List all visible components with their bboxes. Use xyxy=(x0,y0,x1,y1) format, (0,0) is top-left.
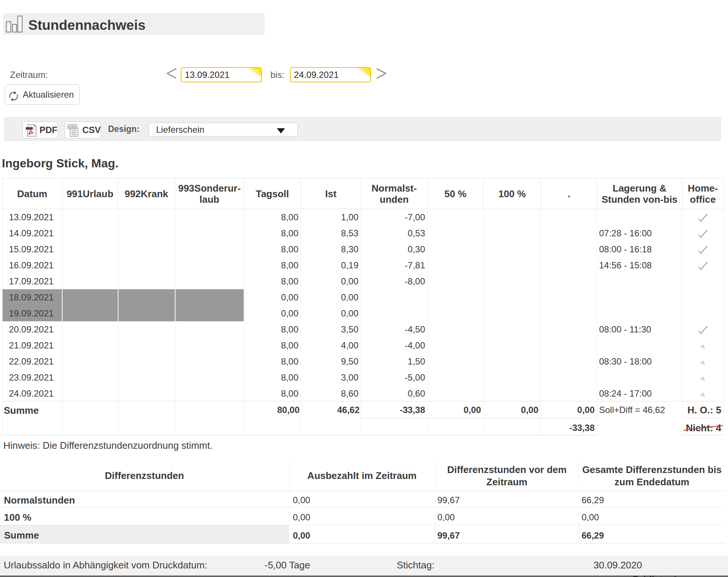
svg-text:CSV: CSV xyxy=(69,125,76,129)
